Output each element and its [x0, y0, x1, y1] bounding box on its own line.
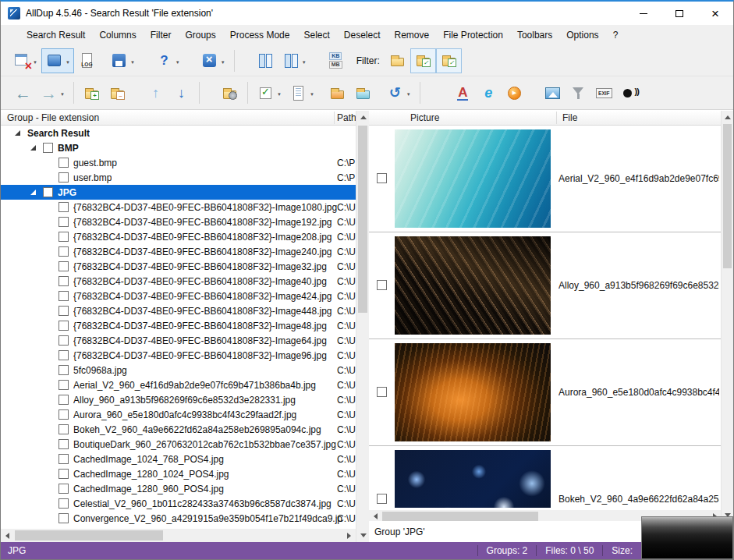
move-to-folder-button[interactable] — [324, 80, 350, 105]
checkbox[interactable] — [59, 454, 69, 464]
checkbox[interactable] — [59, 513, 69, 523]
menu-file-protection[interactable]: File Protection — [436, 27, 510, 44]
move-up-button[interactable] — [143, 80, 168, 105]
checkbox[interactable] — [59, 469, 69, 479]
media-player-button[interactable] — [502, 80, 527, 105]
menu-deselect[interactable]: Deselect — [337, 27, 388, 44]
tree-row[interactable]: 5fc0968a.jpgC:\U — [1, 363, 356, 377]
text-viewer-button[interactable]: A — [450, 80, 476, 105]
menu-help[interactable]: ? — [606, 27, 626, 44]
tree-row[interactable]: CachedImage_1280_960_POS4.jpgC:\U — [1, 481, 356, 496]
column-header-path[interactable]: Path — [337, 112, 356, 123]
add-folder-button[interactable]: + — [79, 80, 105, 105]
file-row[interactable]: Bokeh_V2_960_4a9e6622fd62a84a258eb269895… — [369, 446, 721, 508]
column-divider[interactable] — [334, 112, 335, 124]
menu-options[interactable]: Options — [559, 27, 605, 44]
tree-row[interactable]: user.bmpC:\P — [1, 170, 356, 185]
tree-row[interactable]: Convergence_V2_960_a4291915a9e359b054f1e… — [1, 511, 356, 526]
file-row[interactable]: Alloy_960_a913b5f968269f69c6e8532d3e2823… — [369, 232, 721, 339]
select-files-button[interactable] — [253, 80, 285, 105]
file-row[interactable]: Aerial_V2_960_e4f16d9ab2de9e07fc69b471b3… — [369, 126, 721, 232]
column-divider[interactable] — [556, 112, 557, 124]
scroll-left-button[interactable] — [1, 529, 14, 542]
expander-icon[interactable] — [30, 190, 36, 195]
scroll-down-button[interactable] — [356, 529, 370, 542]
tree-row[interactable]: {76832BC4-DD37-4BE0-9FEC-BB6041808F32}-I… — [1, 214, 356, 229]
checkbox[interactable] — [377, 173, 387, 183]
columns-options-button[interactable] — [278, 48, 310, 73]
file-size-format-button[interactable]: KBMB — [323, 48, 349, 73]
maximize-button[interactable] — [661, 2, 697, 25]
browser-button[interactable]: e — [476, 80, 502, 105]
remove-search-result-button[interactable] — [9, 48, 41, 73]
folder-settings-button[interactable] — [217, 80, 243, 105]
checkbox[interactable] — [59, 380, 69, 390]
tree-row[interactable]: {76832BC4-DD37-4BE0-9FEC-BB6041808F32}-I… — [1, 244, 356, 259]
file-row[interactable]: Aurora_960_e5e180d0afc4c9938bc4f43c29faa… — [369, 339, 721, 446]
checkbox[interactable] — [59, 232, 69, 242]
checkbox[interactable] — [59, 498, 69, 509]
filter-selected-files-button[interactable]: ✓ — [410, 48, 436, 73]
checkbox[interactable] — [59, 424, 69, 434]
checkbox[interactable] — [59, 276, 69, 286]
tree-row[interactable]: {76832BC4-DD37-4BE0-9FEC-BB6041808F32}-I… — [1, 229, 356, 244]
help-button[interactable]: ? — [151, 48, 184, 73]
column-header-group[interactable]: Group - File extension — [7, 112, 99, 123]
tree-row[interactable]: Search Result — [1, 126, 356, 140]
tree-row[interactable]: {76832BC4-DD37-4BE0-9FEC-BB6041808F32}-I… — [1, 318, 356, 333]
tree-horizontal-scrollbar[interactable] — [1, 529, 356, 542]
expander-icon[interactable] — [15, 130, 20, 136]
checkbox[interactable] — [59, 409, 69, 420]
tree-row[interactable]: BMP — [1, 140, 356, 155]
checkbox[interactable] — [59, 365, 69, 375]
checkbox[interactable] — [377, 280, 387, 290]
menu-columns[interactable]: Columns — [92, 27, 143, 44]
tree-row[interactable]: JPG — [1, 185, 356, 200]
tree-row[interactable]: guest.bmpC:\P — [1, 155, 356, 170]
minimize-button[interactable] — [626, 2, 661, 25]
column-header-picture[interactable]: Picture — [410, 112, 439, 123]
undo-button[interactable] — [382, 80, 415, 105]
view-mode-button[interactable] — [41, 48, 74, 73]
tree-row[interactable]: Aerial_V2_960_e4f16d9ab2de9e07fc69b471b3… — [1, 377, 356, 392]
column-header-file[interactable]: File — [562, 112, 577, 123]
tree-row[interactable]: {76832BC4-DD37-4BE0-9FEC-BB6041808F32}-I… — [1, 333, 356, 348]
remove-folder-button[interactable]: – — [105, 80, 130, 105]
scroll-up-button[interactable] — [356, 111, 370, 124]
menu-groups[interactable]: Groups — [178, 27, 222, 44]
checkbox[interactable] — [59, 350, 69, 360]
checkbox[interactable] — [59, 395, 69, 405]
filter-all-files-button[interactable] — [385, 48, 410, 73]
back-button[interactable] — [10, 80, 36, 105]
checkbox[interactable] — [59, 172, 69, 183]
close-button[interactable] — [697, 2, 733, 25]
audio-player-button[interactable] — [617, 80, 643, 105]
menu-filter[interactable]: Filter — [144, 27, 179, 44]
tree-row[interactable]: Alloy_960_a913b5f968269f69c6e8532d3e2823… — [1, 392, 356, 407]
checkbox[interactable] — [59, 439, 69, 449]
filter-funnel-button[interactable] — [566, 80, 591, 105]
checkbox[interactable] — [59, 335, 69, 346]
tree-row[interactable]: BoutiqueDark_960_2670632012cab762c1b532b… — [1, 437, 356, 452]
menu-remove[interactable]: Remove — [388, 27, 437, 44]
checkbox[interactable] — [59, 246, 69, 257]
checkbox[interactable] — [59, 158, 69, 168]
expander-icon[interactable] — [30, 145, 36, 151]
tree-row[interactable]: {76832BC4-DD37-4BE0-9FEC-BB6041808F32}-I… — [1, 289, 356, 303]
menu-process-mode[interactable]: Process Mode — [223, 27, 297, 44]
checkbox[interactable] — [59, 217, 69, 227]
tree-row[interactable]: CachedImage_1024_768_POS4.jpgC:\U — [1, 452, 356, 466]
scroll-right-button[interactable] — [342, 529, 356, 542]
close-search-result-button[interactable] — [197, 48, 229, 73]
forward-button[interactable] — [36, 80, 69, 105]
tree-row[interactable]: Aurora_960_e5e180d0afc4c9938bc4f43c29faa… — [1, 407, 356, 422]
tree-row[interactable]: {76832BC4-DD37-4BE0-9FEC-BB6041808F32}-I… — [1, 303, 356, 318]
menu-select[interactable]: Select — [296, 27, 336, 44]
checkbox[interactable] — [59, 484, 69, 494]
scroll-up-button[interactable] — [722, 111, 734, 123]
file-actions-button[interactable] — [285, 80, 318, 105]
scrollbar-thumb[interactable] — [723, 124, 732, 268]
scrollbar-thumb[interactable] — [358, 126, 367, 313]
save-button[interactable] — [106, 48, 139, 73]
tree-row[interactable]: Celestial_V2_960_1b011c282433a37463b96c8… — [1, 496, 356, 511]
